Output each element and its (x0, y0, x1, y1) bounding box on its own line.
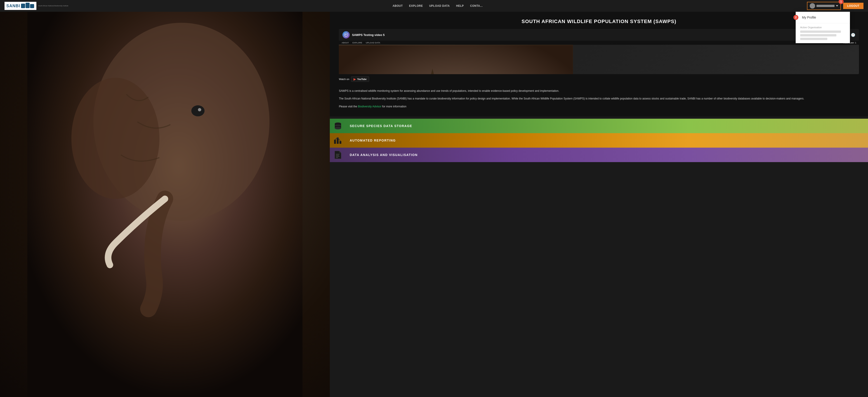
clock-icon: 🕐 (851, 33, 855, 37)
page-title: SOUTH AFRICAN WILDLIFE POPULATION SYSTEM… (339, 19, 859, 24)
nav-contact[interactable]: CONTA... (470, 4, 483, 7)
feature-bars: SECURE SPECIES DATA STORAGE AUTOMATED RE… (330, 119, 868, 162)
mini-nav-about: ABOUT (342, 41, 349, 44)
logo-animals (21, 3, 35, 9)
channel-logo-svg (344, 33, 348, 37)
video-thumbnail[interactable]: SOUTH AFRICAN WILDLIFE POPULATION SYSTEM… (339, 45, 859, 74)
video-title: SAWPS Testing video 5 (352, 33, 848, 37)
nav-upload[interactable]: UPLOAD DATA (429, 4, 450, 7)
feature-bar-reporting[interactable]: AUTOMATED REPORTING (330, 133, 868, 148)
svg-rect-26 (336, 154, 340, 154)
svg-point-5 (71, 78, 159, 199)
elephant-background (0, 12, 330, 397)
nav-links: ABOUT EXPLORE UPLOAD DATA HELP CONTA... (393, 4, 483, 7)
reporting-label: AUTOMATED REPORTING (346, 139, 868, 142)
video-rhino-image (339, 45, 573, 74)
main-content: SOUTH AFRICAN WILDLIFE POPULATION SYSTEM… (0, 12, 868, 397)
navbar-right: 1 LOGOUT (807, 2, 864, 10)
video-mini-nav: ABOUT EXPLORE UPLOAD DATA Watch Later: 1 (339, 41, 859, 45)
db-svg (334, 122, 342, 130)
watch-on-text: Watch on (339, 78, 349, 81)
feature-bar-analysis[interactable]: DATA ANALYSIS AND VISUALISATION (330, 148, 868, 162)
video-overlay: SOUTH AFRICAN WILDLIFE POPULATION SYSTEM… (573, 45, 859, 74)
video-channel-icon (342, 31, 350, 38)
navbar: SANBI South African National Biodiversit… (0, 0, 868, 12)
dropdown-chevron-icon (836, 5, 838, 6)
youtube-text: YouTube (357, 78, 366, 81)
svg-rect-23 (334, 140, 336, 144)
video-section: SOUTH AFRICAN WILDLIFE POPULATION SYSTEM… (330, 12, 868, 89)
svg-rect-28 (336, 156, 340, 157)
svg-point-6 (191, 105, 204, 116)
user-name-placeholder (816, 5, 835, 7)
svg-rect-25 (340, 141, 341, 144)
nav-about[interactable]: ABOUT (393, 4, 403, 7)
desc-para-3: Please visit the Biodiversity Advisor fo… (339, 104, 859, 109)
svg-point-7 (198, 108, 202, 112)
user-avatar (810, 3, 815, 8)
svg-rect-29 (336, 157, 338, 158)
doc-svg (334, 151, 342, 159)
elephant-image (0, 12, 330, 397)
user-dropdown[interactable]: 1 (807, 2, 841, 10)
description-section: SAWPS is a centralised wildlife monitori… (330, 89, 868, 116)
logo: SANBI South African National Biodiversit… (4, 2, 68, 10)
logo-animals-svg (21, 3, 35, 9)
storage-label: SECURE SPECIES DATA STORAGE (346, 124, 868, 128)
svg-rect-1 (26, 3, 30, 8)
biodiversity-advisor-link[interactable]: Biodiversity Advisor (358, 105, 381, 108)
video-header: SAWPS Testing video 5 🕐 (339, 29, 859, 41)
desc-para-1: SAWPS is a centralised wildlife monitori… (339, 89, 859, 93)
logo-box: SANBI (4, 2, 36, 10)
mini-nav-upload: UPLOAD DATA (366, 41, 380, 44)
svg-point-22 (335, 127, 341, 129)
my-profile-item[interactable]: 2 My Profile (796, 12, 850, 23)
svg-rect-10 (339, 45, 573, 74)
user-badge: 1 (839, 0, 844, 4)
feature-bar-storage[interactable]: SECURE SPECIES DATA STORAGE (330, 119, 868, 133)
nav-help[interactable]: HELP (456, 4, 464, 7)
watch-youtube: Watch on ▶ YouTube (339, 74, 859, 84)
mini-nav-explore: EXPLORE (352, 41, 362, 44)
rhino-placeholder (339, 45, 573, 74)
logout-button[interactable]: LOGOUT (843, 3, 864, 9)
svg-rect-2 (30, 4, 34, 8)
active-org-section: Active Organisation (796, 23, 850, 43)
rhino-svg (339, 45, 573, 74)
dropdown-badge: 2 (794, 15, 798, 20)
database-icon (330, 119, 346, 133)
user-dropdown-menu: 2 My Profile Active Organisation (796, 12, 850, 43)
org-bar-3 (800, 38, 827, 40)
right-panel: SOUTH AFRICAN WILDLIFE POPULATION SYSTEM… (330, 12, 868, 397)
org-bar-2 (800, 34, 836, 36)
org-bar-1 (800, 31, 841, 33)
active-org-label: Active Organisation (800, 26, 845, 29)
nav-explore[interactable]: EXPLORE (409, 4, 423, 7)
youtube-badge[interactable]: ▶ YouTube (351, 77, 369, 82)
logo-text: SANBI (6, 4, 20, 8)
desc-para-2: The South African National Biodiversity … (339, 96, 859, 101)
logo-subtitle: South African National Biodiversity Inst… (38, 5, 68, 7)
desc-para-3-suffix: for more information (381, 105, 406, 108)
video-container[interactable]: SAWPS Testing video 5 🕐 ABOUT EXPLORE UP… (339, 29, 859, 74)
desc-para-3-prefix: Please visit the (339, 105, 358, 108)
my-profile-label: My Profile (802, 16, 816, 19)
youtube-icon: ▶ (353, 77, 356, 81)
svg-rect-27 (336, 155, 339, 156)
svg-rect-0 (21, 4, 25, 8)
left-panel (0, 12, 330, 397)
chart-svg (334, 136, 342, 144)
analysis-label: DATA ANALYSIS AND VISUALISATION (346, 153, 868, 157)
chart-icon (330, 133, 346, 148)
doc-icon (330, 148, 346, 162)
